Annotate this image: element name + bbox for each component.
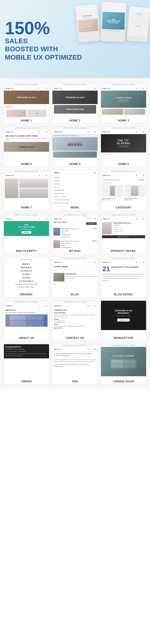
- theme-card-brands[interactable]: OUR BRANDS DKNY MANGO Pureen ZARA ALDO P…: [4, 257, 49, 298]
- theme-label-contact: CONTACT US: [52, 335, 98, 341]
- theme-card-home5[interactable]: FREE SHIPPING ON ALL ORDERS lapris ⊙ ♡ ⊕…: [52, 126, 98, 167]
- theme-label-about: ABOUT US: [4, 335, 49, 341]
- theme-card-my-bag[interactable]: FREE SHIPPING ON ALL ORDERS lapris ⊙ ♡ ⊕…: [52, 214, 98, 254]
- theme-label-product-detail: PRODUCT DETAIL: [101, 248, 146, 254]
- theme-card-about[interactable]: FREE SHIPPING ON ALL ORDERS lapris ⊙ ♡ ⊕…: [4, 300, 49, 341]
- theme-label-home1: HOME 1: [4, 118, 49, 124]
- theme-label-home5: HOME 5: [52, 161, 98, 167]
- theme-label-bag-empty: BAG IS EMPTY: [4, 248, 49, 254]
- theme-card-home6[interactable]: FREE SHIPPING ON ALL ORDERS lapris ⊙ ♡ ⊕…: [101, 126, 146, 167]
- theme-label-home2: HOME 2: [52, 118, 98, 124]
- theme-card-category[interactable]: FREE SHIPPING ON ALL ORDERS lapris ⊙ ♡ ⊕…: [101, 170, 146, 210]
- theme-card-blog-detail[interactable]: FREE SHIPPING ON ALL ORDERS lapris ⊙ ♡ ⊕…: [101, 257, 146, 298]
- theme-label-newsletter: NEWSLETTER: [101, 335, 146, 341]
- theme-card-menu[interactable]: lapris ✕ HOME SHOP PAGES BLOG LOOKBOOK F…: [52, 170, 98, 210]
- theme-card-bag-empty[interactable]: FREE SHIPPING ON ALL ORDERS lapris ⊙ ♡ ⊕…: [4, 214, 49, 254]
- hero-text-block: 150% SALES BOOSTED WITH MOBILE UX OPTIMI…: [5, 19, 145, 62]
- theme-card-home1[interactable]: FREE SHIPPING ON ALL ORDERS lapris ⊙ ♡ ⊕…: [4, 83, 49, 124]
- theme-label-order: ORDER: [4, 378, 49, 384]
- theme-label-menu: MENU: [52, 204, 98, 210]
- theme-label-blog-detail: BLOG DETAIL: [101, 292, 146, 297]
- theme-card-newsletter[interactable]: Subscribe to ourNewsletter! DON'T MISS A…: [101, 300, 146, 341]
- theme-label-home4: HOME 4: [4, 161, 49, 167]
- theme-label-brands: BRANDS: [4, 292, 49, 297]
- theme-label-home7: HOME 7: [4, 204, 49, 210]
- theme-label-category: CATEGORY: [101, 204, 146, 210]
- theme-card-order[interactable]: Congratulations! Thank you for your purc…: [4, 344, 49, 384]
- themes-section: FREE SHIPPING ON ALL ORDERS lapris ⊙ ♡ ⊕…: [0, 78, 150, 390]
- theme-card-product-detail[interactable]: FREE SHIPPING ON ALL ORDERS lapris ⊙ ♡ ⊕: [101, 214, 146, 254]
- theme-card-blog[interactable]: FREE SHIPPING ON ALL ORDERS lapris ⊙ ♡ ⊕…: [52, 257, 98, 298]
- theme-card-home7[interactable]: FREE SHIPPING ON ALL ORDERS lapris ⊙ ♡ ⊕: [4, 170, 49, 210]
- theme-card-coming-soon[interactable]: FREE SHIPPING ON ALL ORDERS LAPARIS THEM…: [101, 344, 146, 384]
- theme-label-faq: FAQ: [52, 378, 98, 384]
- hero-percent: 150%: [5, 19, 145, 37]
- hero-headline: SALES BOOSTED WITH MOBILE UX OPTIMIZED: [5, 37, 145, 62]
- theme-card-home2[interactable]: FREE SHIPPING ON ALL ORDERS lapris ⊙ ♡ ⊕…: [52, 83, 98, 124]
- theme-label-coming-soon: COMING SOON: [101, 378, 146, 384]
- theme-card-home3[interactable]: FREE SHIPPING ON ALL ORDERS lapris ⊙ ♡ ⊕…: [101, 83, 146, 124]
- theme-label-my-bag: MY BAG: [52, 248, 98, 254]
- theme-card-contact[interactable]: FREE SHIPPING ON ALL ORDERS lapris ⊙ ♡ ⊕…: [52, 300, 98, 341]
- theme-card-faq[interactable]: FREE SHIPPING ON ALL ORDERS lapris ⊙ ♡ ⊕…: [52, 344, 98, 384]
- themes-grid: FREE SHIPPING ON ALL ORDERS lapris ⊙ ♡ ⊕…: [4, 83, 146, 384]
- theme-label-home3: HOME 3: [101, 118, 146, 124]
- theme-card-home4[interactable]: FREE SHIPPING ON ALL ORDERS lapris ⊙ ♡ ⊕…: [4, 126, 49, 167]
- theme-label-home6: HOME 6: [101, 161, 146, 167]
- hero-section: 150% SALES BOOSTED WITH MOBILE UX OPTIMI…: [0, 0, 150, 78]
- theme-label-blog: BLOG: [52, 292, 98, 297]
